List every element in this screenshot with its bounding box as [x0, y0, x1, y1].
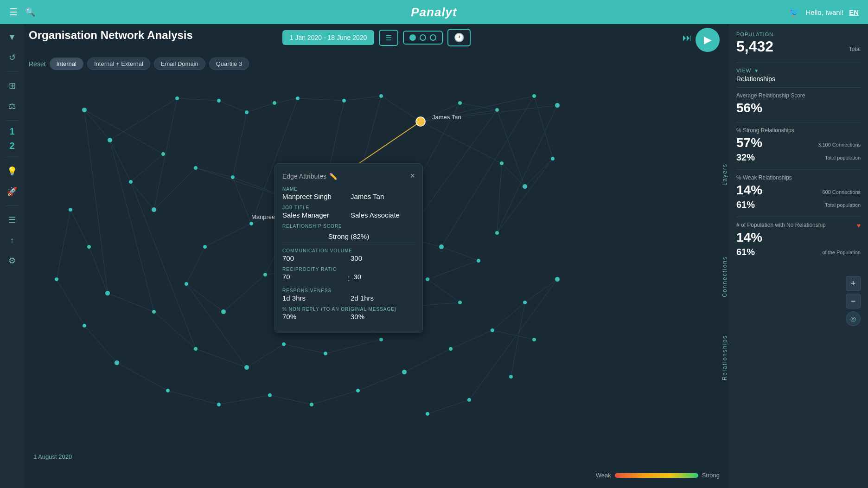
view-dropdown-icon[interactable]: ▼ [754, 68, 759, 73]
svg-line-15 [219, 101, 247, 112]
svg-point-136 [83, 324, 87, 328]
svg-point-93 [217, 99, 221, 103]
edit-icon[interactable]: ✏️ [329, 173, 337, 180]
language[interactable]: EN [849, 8, 859, 16]
sidebar-number-2[interactable]: 2 [9, 141, 14, 151]
svg-line-38 [441, 247, 479, 261]
svg-line-53 [84, 326, 117, 363]
svg-line-51 [57, 210, 70, 279]
svg-line-48 [108, 293, 154, 312]
comm-row: 700 300 [282, 254, 415, 262]
sidebar-bulb-icon[interactable]: 💡 [4, 163, 20, 180]
sidebar-settings-icon[interactable]: ⚙ [4, 252, 20, 269]
filter-chip-internal-external[interactable]: Internal + External [87, 58, 150, 70]
svg-point-148 [532, 338, 536, 342]
hamburger-icon[interactable]: ☰ [9, 6, 18, 18]
reset-filter-button[interactable]: Reset [29, 60, 46, 68]
strong-rel-section: % Strong Relationships 57% 3,100 Connect… [736, 127, 861, 163]
rel-score-field-label: RELATIONSHIP SCORE [282, 224, 415, 229]
filter-chip-email-domain[interactable]: Email Domain [154, 58, 205, 70]
population-label: Population [736, 32, 861, 37]
svg-point-91 [108, 138, 113, 143]
name-right: James Tan [351, 193, 415, 200]
sidebar-grid-icon[interactable]: ⊞ [4, 77, 20, 94]
play-button[interactable]: ▶ [696, 28, 720, 52]
svg-point-142 [356, 389, 360, 393]
edge-popup-close-button[interactable]: × [410, 171, 415, 181]
population-value: 5,432 [736, 38, 773, 55]
svg-line-59 [358, 372, 404, 391]
svg-line-84 [469, 279, 557, 400]
sidebar-refresh-icon[interactable]: ↺ [4, 49, 20, 66]
svg-point-147 [555, 277, 560, 282]
edge-popup-header: Edge Attributes ✏️ × [282, 171, 415, 181]
filter-chip-quartile3[interactable]: Quartile 3 [209, 58, 249, 70]
svg-text:James Tan: James Tan [432, 114, 461, 121]
population-section: Population 5,432 Total [736, 32, 861, 55]
svg-line-23 [497, 105, 557, 233]
rp-divider-1 [736, 63, 861, 63]
svg-line-64 [84, 110, 163, 154]
strong-rel-total-label: Total population [825, 155, 861, 161]
legend-strong-label: Strong [702, 472, 720, 479]
zoom-out-button[interactable]: − [846, 294, 861, 308]
svg-point-141 [310, 403, 314, 407]
radio-option-2[interactable] [420, 34, 426, 41]
svg-line-78 [84, 110, 108, 293]
sidebar-number-1[interactable]: 1 [9, 126, 14, 137]
svg-line-20 [460, 103, 497, 110]
recip-left-value: 70 [282, 273, 344, 281]
svg-point-98 [379, 94, 383, 98]
sidebar-balance-icon[interactable]: ⚖ [4, 98, 20, 115]
svg-line-80 [131, 182, 196, 349]
compass-button[interactable]: ◎ [846, 311, 861, 326]
rp-divider-3 [736, 122, 861, 122]
svg-point-134 [69, 208, 73, 212]
nonreply-right: 30% [351, 313, 415, 321]
svg-line-46 [196, 349, 247, 367]
svg-point-122 [477, 259, 481, 263]
heart-icon: ♥ [857, 222, 861, 229]
svg-point-104 [523, 184, 528, 189]
edge-popup-title: Edge Attributes ✏️ [282, 173, 337, 180]
responsiveness-field-label: RESPONSIVENESS [282, 288, 415, 293]
filter-chip-internal[interactable]: Internal [50, 58, 83, 70]
right-panel: Population 5,432 Total VIEW ▼ Relationsh… [729, 24, 868, 488]
connections-label: Connections [721, 256, 728, 297]
radio-option-1[interactable] [409, 34, 416, 41]
svg-point-135 [55, 277, 59, 282]
job-row: Sales Manager Sales Associate [282, 211, 415, 219]
no-rel-sub-label: of the Population [822, 250, 861, 255]
svg-point-126 [379, 338, 383, 342]
zoom-in-button[interactable]: + [846, 276, 861, 291]
svg-line-28 [233, 177, 251, 224]
avg-rel-label: Average Relationship Score [736, 92, 861, 99]
strong-rel-label: % Strong Relationships [736, 127, 861, 134]
comm-left: 700 [282, 254, 347, 262]
svg-line-58 [312, 391, 358, 405]
fast-forward-button[interactable]: ⏭ [683, 32, 692, 43]
bird-icon: 🐦 [788, 6, 800, 18]
relationships-label: Relationships [721, 335, 728, 380]
sidebar-share-icon[interactable]: ↑ [4, 232, 20, 249]
svg-point-100 [495, 108, 499, 112]
svg-point-140 [268, 393, 272, 398]
svg-line-56 [219, 395, 270, 405]
sidebar-rocket-icon[interactable]: 🚀 [4, 183, 20, 200]
svg-line-55 [168, 391, 219, 405]
recip-sep: : [348, 273, 350, 283]
sidebar-divider-3 [5, 157, 19, 157]
rp-divider-2 [736, 87, 861, 88]
rp-divider-4 [736, 169, 861, 170]
sidebar-filter-icon[interactable]: ▼ [4, 29, 20, 45]
search-icon[interactable]: 🔍 [25, 7, 35, 17]
svg-line-6 [421, 122, 502, 163]
radio-option-3[interactable] [430, 34, 436, 41]
date-range-button[interactable]: 1 Jan 2020 - 18 June 2020 [282, 30, 375, 45]
sidebar-list-icon[interactable]: ☰ [4, 212, 20, 228]
svg-line-16 [247, 103, 274, 112]
svg-point-112 [249, 222, 254, 226]
history-button[interactable]: 🕐 [447, 29, 471, 46]
weak-rel-value: 14% [736, 183, 762, 198]
menu-options-button[interactable]: ☰ [379, 30, 398, 46]
